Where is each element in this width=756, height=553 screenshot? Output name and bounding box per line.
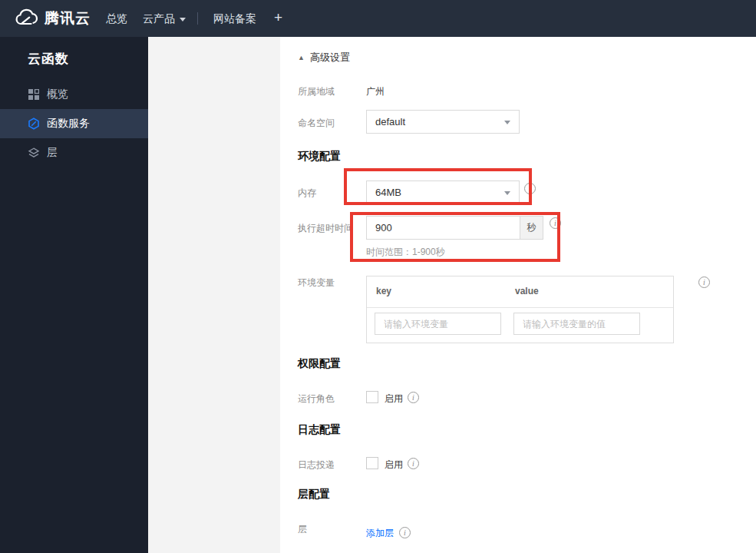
timeout-input[interactable] — [366, 216, 520, 240]
nav-overview[interactable]: 总览 — [106, 0, 127, 37]
function-hexagon-icon — [28, 118, 40, 130]
namespace-select[interactable]: default — [366, 110, 520, 134]
chevron-down-icon — [504, 191, 510, 195]
page: 腾讯云 总览 云产品 网站备案 + 云函数 概览 — [0, 0, 756, 553]
info-icon[interactable]: i — [550, 217, 561, 229]
sidebar-title: 云函数 — [28, 50, 69, 68]
sidebar-item-label: 函数服务 — [47, 117, 90, 131]
sidebar-item-function-service[interactable]: 函数服务 — [0, 109, 148, 138]
collapse-up-icon: ▲ — [298, 54, 305, 61]
env-value-input[interactable] — [513, 313, 640, 335]
run-role-enable-label: 启用 — [385, 392, 403, 406]
layer-label: 层 — [298, 523, 307, 536]
env-key-header: key — [376, 286, 391, 296]
memory-select[interactable]: 64MB — [366, 180, 520, 204]
memory-label: 内存 — [298, 187, 316, 200]
section-log-config: 日志配置 — [298, 423, 341, 437]
log-delivery-label: 日志投递 — [298, 459, 335, 472]
brand-name: 腾讯云 — [45, 8, 91, 28]
env-vars-label: 环境变量 — [298, 276, 335, 290]
topbar: 腾讯云 总览 云产品 网站备案 + — [0, 0, 756, 37]
region-value: 广州 — [366, 85, 385, 98]
section-layer-config: 层配置 — [298, 488, 330, 502]
timeout-label: 执行超时时间 — [298, 222, 353, 235]
sidebar: 云函数 概览 函数服务 — [0, 37, 148, 553]
env-value-header: value — [515, 286, 539, 296]
info-icon[interactable]: i — [524, 183, 536, 194]
info-icon[interactable]: i — [399, 527, 411, 538]
sidebar-item-label: 概览 — [47, 88, 68, 101]
section-perm-config: 权限配置 — [298, 357, 341, 371]
main-content: ▲高级设置 所属地域 广州 命名空间 default 环境配置 内存 64MB … — [280, 37, 756, 553]
advanced-settings-toggle[interactable]: ▲高级设置 — [298, 51, 350, 65]
brand[interactable]: 腾讯云 — [14, 0, 91, 37]
env-vars-table: key value — [366, 276, 674, 343]
region-label: 所属地域 — [298, 85, 335, 98]
sidebar-item-overview[interactable]: 概览 — [0, 80, 148, 109]
info-icon[interactable]: i — [408, 458, 419, 469]
log-delivery-checkbox[interactable] — [366, 457, 378, 469]
secondary-panel — [148, 37, 280, 553]
namespace-label: 命名空间 — [298, 117, 335, 130]
sidebar-item-label: 层 — [47, 146, 58, 160]
layers-icon — [28, 147, 40, 159]
timeout-hint: 时间范围：1-900秒 — [366, 246, 445, 259]
chevron-down-icon — [180, 18, 186, 22]
timeout-unit: 秒 — [520, 216, 543, 240]
section-env-config: 环境配置 — [298, 150, 341, 164]
chevron-down-icon — [504, 121, 510, 124]
info-icon[interactable]: i — [698, 276, 710, 288]
nav-divider — [197, 12, 198, 25]
run-role-label: 运行角色 — [298, 392, 335, 406]
add-layer-link[interactable]: 添加层 — [366, 527, 394, 540]
nav-beian[interactable]: 网站备案 — [213, 0, 256, 37]
log-delivery-enable-label: 启用 — [385, 459, 403, 472]
nav-products[interactable]: 云产品 — [143, 0, 186, 37]
info-icon[interactable]: i — [408, 392, 419, 403]
sidebar-item-layers[interactable]: 层 — [0, 138, 148, 167]
run-role-checkbox[interactable] — [366, 391, 378, 403]
divider — [367, 307, 673, 308]
tencent-cloud-logo-icon — [14, 8, 38, 29]
grid-icon — [28, 88, 40, 101]
nav-add-button[interactable]: + — [274, 0, 282, 37]
env-key-input[interactable] — [375, 313, 501, 335]
